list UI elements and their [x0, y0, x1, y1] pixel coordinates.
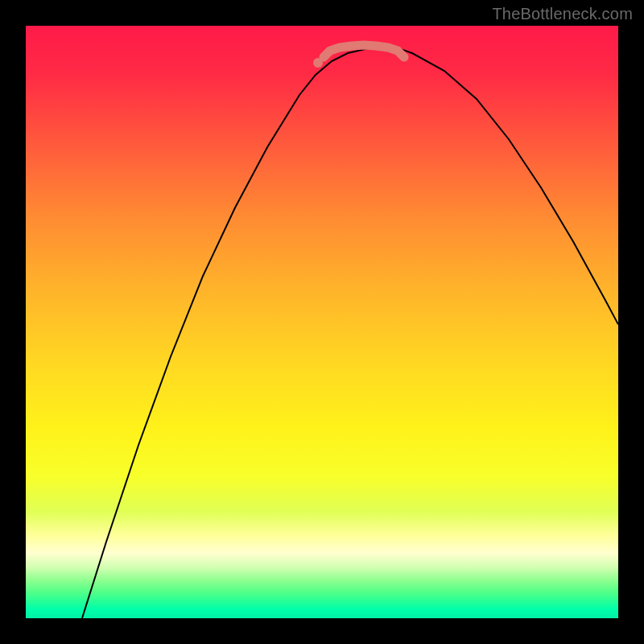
plateau-marker — [324, 45, 404, 57]
plot-area — [26, 26, 618, 618]
chart-svg — [26, 26, 618, 618]
plateau-start-dot — [313, 58, 323, 68]
bottleneck-curve — [82, 47, 618, 618]
watermark-label: TheBottleneck.com — [492, 5, 633, 23]
chart-frame: TheBottleneck.com — [0, 0, 644, 644]
